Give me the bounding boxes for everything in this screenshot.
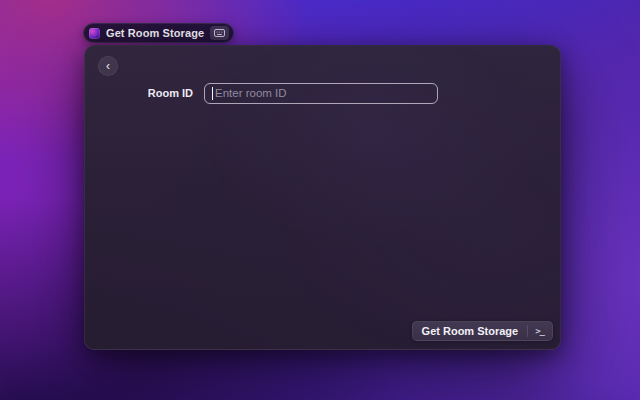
desktop-wallpaper: { "toolbar_pill": { "app_icon": "app-log… — [0, 0, 640, 400]
get-room-storage-button-label: Get Room Storage — [422, 325, 519, 337]
terminal-prompt-icon: >_ — [535, 326, 546, 336]
keyboard-shortcut-chip[interactable] — [210, 26, 229, 40]
back-button[interactable]: ‹ — [98, 56, 118, 76]
room-id-input-wrap — [204, 83, 438, 104]
room-id-input[interactable] — [204, 83, 438, 104]
button-divider — [527, 325, 528, 337]
app-window: ‹ Room ID Get Room Storage >_ — [84, 45, 561, 350]
room-id-label: Room ID — [85, 87, 193, 99]
pill-title: Get Room Storage — [106, 27, 204, 39]
floating-title-pill[interactable]: Get Room Storage — [83, 23, 234, 43]
get-room-storage-button[interactable]: Get Room Storage >_ — [412, 321, 553, 341]
keyboard-icon — [214, 29, 225, 37]
chevron-left-icon: ‹ — [106, 60, 110, 72]
app-logo-icon — [89, 28, 100, 39]
